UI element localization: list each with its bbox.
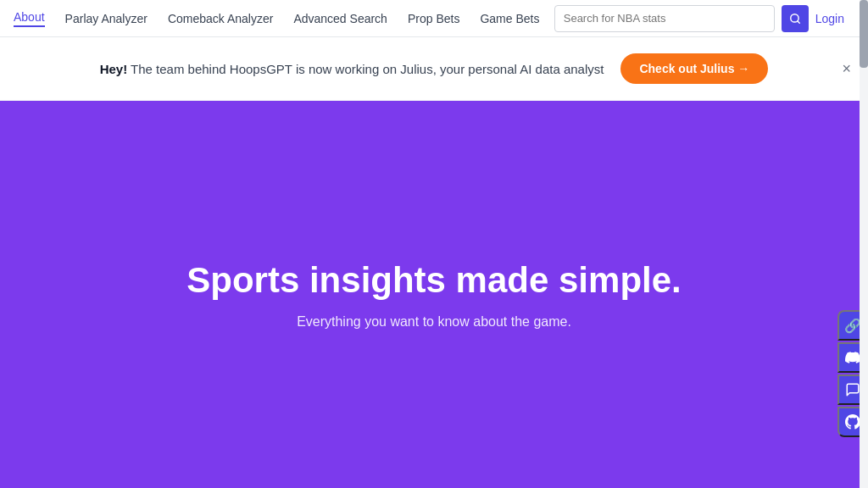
banner-message: Hey! The team behind HoopsGPT is now wor… <box>100 62 604 76</box>
chat-icon <box>845 382 860 397</box>
banner-bold: Hey! <box>100 62 128 76</box>
search-container: Login <box>554 5 844 32</box>
search-button[interactable] <box>782 5 809 32</box>
discord-icon <box>845 350 860 365</box>
github-icon <box>845 414 860 430</box>
close-banner-button[interactable]: × <box>842 61 851 76</box>
nav-link-parlay-analyzer[interactable]: Parlay Analyzer <box>65 12 147 25</box>
hero-title: Sports insights made simple. <box>186 260 681 301</box>
banner-body: The team behind HoopsGPT is now working … <box>131 62 604 76</box>
search-input[interactable] <box>554 5 775 32</box>
hero-section: Sports insights made simple. Everything … <box>0 101 868 488</box>
hero-subtitle: Everything you want to know about the ga… <box>297 314 571 330</box>
nav-link-advanced-search[interactable]: Advanced Search <box>293 12 387 25</box>
nav-link-prop-bets[interactable]: Prop Bets <box>408 12 459 25</box>
login-button[interactable]: Login <box>815 12 844 25</box>
nav-link-game-bets[interactable]: Game Bets <box>480 12 539 25</box>
search-icon <box>789 13 801 25</box>
svg-line-1 <box>797 20 799 23</box>
navbar: AboutParlay AnalyzerComeback AnalyzerAdv… <box>0 0 868 37</box>
nav-links: AboutParlay AnalyzerComeback AnalyzerAdv… <box>14 10 554 27</box>
announcement-banner: Hey! The team behind HoopsGPT is now wor… <box>0 37 868 101</box>
scrollbar-thumb[interactable] <box>860 0 868 68</box>
julius-cta-button[interactable]: Check out Julius → <box>620 53 768 84</box>
scrollbar-track <box>860 0 868 488</box>
nav-link-about[interactable]: About <box>14 10 45 27</box>
nav-link-comeback-analyzer[interactable]: Comeback Analyzer <box>168 12 274 25</box>
